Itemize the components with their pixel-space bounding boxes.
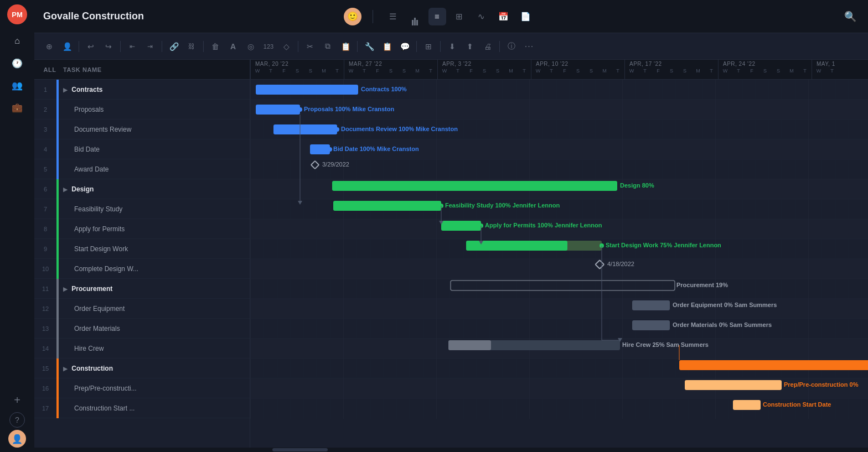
sidebar-item-home[interactable]: ⌂ [7,31,27,51]
sidebar-logo: PM [7,4,27,24]
sidebar-item-add[interactable]: + [7,390,27,410]
task-row[interactable]: 9 Start Design Work [34,239,250,259]
tab-doc[interactable]: 📄 [517,8,535,25]
task-name: Order Materials [63,325,250,332]
gantt-bar-bid[interactable] [310,144,330,154]
tool-wrench[interactable]: 🔧 [361,38,378,55]
task-row[interactable]: 13 Order Materials [34,319,250,339]
sidebar-item-recent[interactable]: 🕐 [7,53,27,73]
group-expand-icon[interactable]: ▶ [63,286,68,292]
task-row[interactable]: 12 Order Equipment [34,299,250,319]
header-task-name: TASK NAME [63,66,245,73]
gantt-bar-const-start[interactable] [733,400,761,410]
sidebar-item-user-avatar[interactable]: 👤 [8,430,26,448]
gantt-label-proposals: Proposals 100% Mike Cranston [304,106,395,112]
info-button[interactable]: ⓘ [503,38,520,55]
task-name: Start Design Work [63,245,250,253]
tool-clipboard[interactable]: 📋 [379,38,395,55]
gantt-bar-hire[interactable] [448,340,491,350]
indent-right-button[interactable]: ⇥ [142,38,158,55]
day-label: S [304,68,317,74]
undo-button[interactable]: ↩ [82,38,99,55]
task-row[interactable]: 15 ▶ Construction [34,359,250,378]
toolbar-sep-3 [162,41,162,52]
horizontal-scrollbar[interactable] [34,448,868,452]
group-expand-icon[interactable]: ▶ [63,186,68,193]
gantt-bar-feasibility[interactable] [333,201,441,211]
gantt-label-procurement: Procurement 19% [676,282,728,288]
gantt-bar-docs[interactable] [273,124,337,134]
user-avatar[interactable]: 🙂 [344,8,361,25]
sidebar-item-people[interactable]: 👥 [7,75,27,95]
header-all[interactable]: ALL [39,66,61,73]
add-user-button[interactable]: 👤 [59,38,75,55]
sidebar-item-work[interactable]: 💼 [7,97,27,117]
tab-table[interactable]: ⊞ [451,8,468,25]
number-button[interactable]: 123 [260,38,277,55]
unlink-button[interactable]: ⛓ [183,38,200,55]
task-row[interactable]: 2 Proposals [34,100,250,120]
task-row[interactable]: 7 Feasibility Study [34,199,250,219]
share-button[interactable]: ⬆ [462,38,478,55]
gantt-bar-construction[interactable] [679,360,868,370]
day-label: T [451,68,464,74]
redo-button[interactable]: ↪ [100,38,117,55]
gantt-bar-materials[interactable] [632,320,670,330]
group-expand-icon[interactable]: ▶ [63,366,68,372]
gantt-label-docs: Documents Review 100% Mike Cranston [341,126,458,132]
cut-button[interactable]: ✂ [302,38,318,55]
add-task-button[interactable]: ⊕ [41,38,58,55]
sidebar-item-help[interactable]: ? [9,412,25,428]
tab-activity[interactable]: ∿ [473,8,490,25]
search-icon[interactable]: 🔍 [841,8,859,25]
paste-button[interactable]: 📋 [337,38,354,55]
tab-list[interactable]: ☰ [384,8,402,25]
task-row[interactable]: 11 ▶ Procurement [34,279,250,299]
indent-left-button[interactable]: ⇤ [124,38,141,55]
date-group-label: MAR, 27 '22 [344,60,437,68]
task-row[interactable]: 3 Documents Review [34,120,250,139]
tab-gantt[interactable]: ≡ [428,8,446,25]
tab-calendar[interactable]: 📅 [495,8,513,25]
group-expand-icon[interactable]: ▶ [63,87,68,93]
task-row[interactable]: 6 ▶ Design [34,179,250,199]
day-label: T [330,68,344,74]
task-row[interactable]: 14 Hire Crew [34,339,250,359]
task-row[interactable]: 16 Prep/Pre-constructi... [34,378,250,398]
gantt-bar-design[interactable] [332,181,617,191]
task-row[interactable]: 5 Award Date [34,159,250,179]
day-label: F [277,68,291,74]
print-button[interactable]: 🖨 [479,38,496,55]
copy-button[interactable]: ⧉ [319,38,336,55]
task-row[interactable]: 10 Complete Design W... [34,259,250,279]
day-label: M [785,68,798,74]
task-name: Complete Design W... [63,265,250,273]
gantt-bar-prep[interactable] [685,380,782,390]
tab-chart[interactable] [406,8,424,25]
text-button[interactable]: A [225,38,241,55]
gantt-bar-proposals[interactable] [256,105,300,115]
task-color-bar [56,159,59,179]
task-num: 5 [34,166,56,173]
day-label: F [371,68,384,74]
delete-button[interactable]: 🗑 [207,38,224,55]
task-row[interactable]: 17 Construction Start ... [34,398,250,418]
columns-button[interactable]: ⊞ [420,38,437,55]
gantt-bar-permits[interactable] [441,221,481,231]
link-button[interactable]: 🔗 [166,38,182,55]
tool-comment[interactable]: 💬 [396,38,413,55]
task-color-bar [56,80,59,100]
gantt-bar-equipment[interactable] [632,300,670,310]
task-row[interactable]: 4 Bid Date [34,139,250,159]
more-button[interactable]: ··· [521,38,538,55]
color-button[interactable]: ◎ [242,38,259,55]
task-row[interactable]: 8 Apply for Permits [34,219,250,239]
download-button[interactable]: ⬇ [444,38,461,55]
date-group-label: MAR, 20 '22 [251,60,344,68]
task-row[interactable]: 1 ▶ Contracts [34,80,250,100]
gantt-bar-contracts[interactable] [256,85,358,95]
day-label: F [652,68,665,74]
scroll-thumb[interactable] [272,448,328,451]
task-name: Documents Review [63,126,250,133]
diamond-button[interactable]: ◇ [278,38,294,55]
